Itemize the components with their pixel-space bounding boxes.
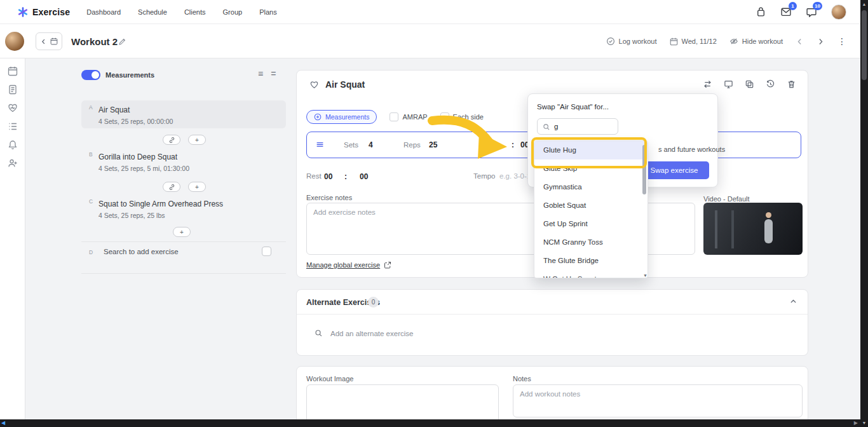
reps-value[interactable]: 25: [429, 140, 437, 149]
rail-document-icon[interactable]: [8, 85, 18, 95]
dropdown-option-gymnastica[interactable]: Gymnastica: [534, 178, 648, 196]
dropdown-option-the-glute-bridge[interactable]: The Glute Bridge: [534, 252, 648, 270]
add-alternate-exercise-input[interactable]: Add an alternate exercise: [315, 329, 413, 337]
each-side-checkbox[interactable]: [440, 112, 449, 121]
date-picker[interactable]: Wed, 11/12: [670, 37, 717, 46]
measurements-toggle[interactable]: [81, 70, 100, 80]
search-to-add-exercise[interactable]: Search to add exercise: [104, 248, 179, 255]
search-row-letter: D: [89, 249, 93, 255]
exercise-card-actions: [703, 79, 796, 89]
dropdown-option-ncm-granny-toss[interactable]: NCM Granny Toss: [534, 233, 648, 252]
workout-notes-input[interactable]: Add workout notes: [513, 384, 803, 417]
exercise-card-header: Air Squat: [309, 79, 365, 90]
brand-name: Exercise: [32, 7, 70, 17]
app-logo[interactable]: Exercise: [18, 7, 70, 17]
client-avatar[interactable]: [5, 32, 24, 51]
reps-label: Reps: [403, 141, 421, 149]
chat-badge: 10: [813, 2, 822, 10]
link-chain-icon: [168, 137, 175, 144]
amrap-checkbox[interactable]: [390, 112, 398, 121]
dropdown-option-glute-hug[interactable]: Glute Hug: [534, 141, 648, 159]
rest-label: Rest: [306, 172, 322, 180]
swap-exercise-icon[interactable]: [703, 79, 712, 89]
exercise-item-b[interactable]: B Gorilla into Deep Squat 4 Sets, 25 rep…: [81, 147, 286, 175]
superset-checkbox[interactable]: [262, 247, 271, 256]
compact-view-icon[interactable]: =: [271, 69, 276, 79]
user-avatar[interactable]: [831, 4, 846, 20]
back-to-calendar-button[interactable]: [36, 32, 62, 50]
exercise-details: 4 Sets, 25 reps, 5 mi, 01:30:00: [98, 165, 189, 172]
search-icon: [315, 329, 323, 337]
collapse-chevron-icon[interactable]: [789, 297, 797, 306]
rest-min-value[interactable]: 00: [324, 172, 332, 181]
rail-user-plus-icon[interactable]: [8, 158, 18, 168]
hide-workout-button[interactable]: Hide workout: [729, 37, 783, 46]
measurements-toggle-label: Measurements: [105, 71, 154, 79]
prev-workout-button[interactable]: [796, 37, 804, 46]
dropdown-scroll-thumb[interactable]: [642, 145, 646, 194]
scroll-right-arrow[interactable]: ▶: [854, 420, 858, 426]
rest-sec-value[interactable]: 00: [360, 172, 368, 181]
nav-dashboard[interactable]: Dashboard: [86, 8, 121, 16]
log-workout-button[interactable]: Log workout: [606, 37, 657, 46]
history-icon[interactable]: [766, 79, 775, 89]
exercise-item-c[interactable]: C Squat to Single Arm Overhead Press 4 S…: [81, 194, 286, 222]
copy-icon[interactable]: [745, 79, 754, 89]
measurements-pill[interactable]: Measurements: [306, 110, 377, 124]
sets-value[interactable]: 4: [369, 140, 373, 149]
eye-off-icon: [729, 37, 738, 46]
nav-plans[interactable]: Plans: [259, 8, 277, 16]
expanded-view-icon[interactable]: ≡: [258, 69, 263, 79]
more-options-button[interactable]: ⋮: [837, 36, 846, 46]
add-exercise-button[interactable]: +: [188, 135, 206, 145]
log-workout-label: Log workout: [619, 37, 657, 45]
scroll-left-arrow[interactable]: ◀: [1, 420, 5, 426]
chat-icon[interactable]: 10: [806, 6, 817, 17]
workout-builder-app: Exercise Dashboard Schedule Clients Grou…: [0, 0, 868, 427]
alternate-exercises-card: Alternate Exercises 0 Add an alternate e…: [296, 289, 808, 356]
scroll-up-arrow[interactable]: ▲: [860, 2, 868, 6]
vertical-scroll-thumb[interactable]: [862, 10, 867, 80]
dropdown-option-get-up-sprint[interactable]: Get Up Sprint: [534, 215, 648, 233]
nav-schedule[interactable]: Schedule: [138, 8, 167, 16]
exercise-video-thumbnail[interactable]: [703, 203, 803, 255]
exercise-item-a[interactable]: A Air Squat 4 Sets, 25 reps, 00:00:00: [81, 100, 286, 128]
mail-icon[interactable]: 1: [780, 6, 792, 17]
dropdown-scroll-down-arrow[interactable]: ▼: [643, 273, 648, 278]
favorite-heart-icon[interactable]: [309, 80, 319, 90]
vertical-scrollbar[interactable]: ▲ ▼: [860, 0, 868, 427]
rail-bell-icon[interactable]: [8, 140, 18, 150]
logo-icon: [18, 7, 28, 17]
link-exercise-button[interactable]: [163, 135, 180, 145]
dropdown-scrollbar[interactable]: [642, 142, 646, 273]
add-exercise-button[interactable]: +: [173, 227, 191, 237]
swap-exercise-button[interactable]: Swap exercise: [639, 161, 709, 179]
edit-title-icon[interactable]: [118, 37, 126, 46]
exercise-details: 4 Sets, 25 reps, 00:00:00: [98, 118, 173, 125]
manage-global-exercise-link[interactable]: Manage global exercise: [306, 261, 391, 269]
rail-list-icon[interactable]: [8, 121, 18, 132]
dropdown-option-goblet-squat[interactable]: Goblet Squat: [534, 196, 648, 215]
dropdown-option-glute-skip[interactable]: Glute Skip: [534, 159, 648, 178]
rail-heart-pulse-icon[interactable]: [8, 103, 18, 113]
horizontal-scrollbar[interactable]: ◀ ▶: [0, 419, 860, 427]
link-exercise-button[interactable]: [163, 182, 180, 192]
delete-icon[interactable]: [787, 79, 796, 89]
scroll-down-arrow[interactable]: ▼: [860, 421, 868, 425]
drag-handle-icon[interactable]: [316, 140, 324, 149]
tempo-input[interactable]: e.g. 3-0-1: [499, 172, 531, 180]
nav-group[interactable]: Group: [223, 8, 243, 16]
divider: [297, 314, 808, 315]
exercise-options-row: Measurements AMRAP Each side: [306, 110, 484, 124]
swap-search-input[interactable]: g: [537, 118, 618, 135]
monitor-icon[interactable]: [724, 79, 733, 89]
future-workouts-checkbox-label[interactable]: s and future workouts: [658, 146, 725, 153]
nav-clients[interactable]: Clients: [184, 8, 206, 16]
shopping-bag-icon[interactable]: [756, 6, 766, 17]
rail-calendar-icon[interactable]: [8, 66, 18, 76]
add-exercise-button[interactable]: +: [188, 182, 206, 192]
date-label: Wed, 11/12: [682, 37, 717, 45]
next-workout-button[interactable]: [817, 37, 825, 46]
alternate-count-badge: 0: [368, 297, 379, 308]
dropdown-option-clipped[interactable]: W Get Up Squat: [534, 270, 648, 278]
